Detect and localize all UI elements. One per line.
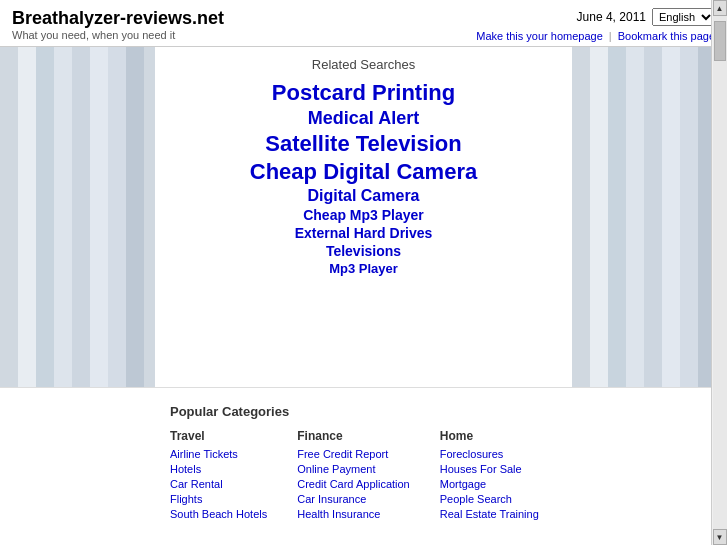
related-searches-label: Related Searches xyxy=(175,57,552,72)
category-heading-1: Finance xyxy=(297,429,410,443)
category-col-2: HomeForeclosuresHouses For SaleMortgageP… xyxy=(440,429,539,523)
search-link-3[interactable]: Cheap Digital Camera xyxy=(175,159,552,185)
search-link-7[interactable]: Televisions xyxy=(175,243,552,259)
category-link-2-0[interactable]: Foreclosures xyxy=(440,448,539,460)
categories-grid: TravelAirline TicketsHotelsCar RentalFli… xyxy=(170,429,707,523)
category-link-1-0[interactable]: Free Credit Report xyxy=(297,448,410,460)
category-link-0-1[interactable]: Hotels xyxy=(170,463,267,475)
search-link-0[interactable]: Postcard Printing xyxy=(175,80,552,106)
category-link-1-2[interactable]: Credit Card Application xyxy=(297,478,410,490)
scroll-track[interactable] xyxy=(713,16,727,529)
date-lang-row: June 4, 2011 English xyxy=(476,8,715,26)
popular-categories-heading: Popular Categories xyxy=(170,404,707,419)
main-area: Related Searches Postcard PrintingMedica… xyxy=(0,47,727,387)
bookmark-link[interactable]: Bookmark this page xyxy=(618,30,715,42)
site-title: Breathalyzer-reviews.net xyxy=(12,8,224,29)
category-link-2-2[interactable]: Mortgage xyxy=(440,478,539,490)
header-links: Make this your homepage | Bookmark this … xyxy=(476,30,715,42)
scroll-down-button[interactable]: ▼ xyxy=(713,529,727,543)
search-link-4[interactable]: Digital Camera xyxy=(175,187,552,205)
link-divider: | xyxy=(609,30,612,42)
popular-categories-section: Popular Categories TravelAirline Tickets… xyxy=(0,387,727,543)
header-left: Breathalyzer-reviews.net What you need, … xyxy=(12,8,224,41)
category-link-2-4[interactable]: Real Estate Training xyxy=(440,508,539,520)
search-link-2[interactable]: Satellite Television xyxy=(175,131,552,157)
search-link-6[interactable]: External Hard Drives xyxy=(175,225,552,241)
center-column: Related Searches Postcard PrintingMedica… xyxy=(155,47,572,387)
date-display: June 4, 2011 xyxy=(577,10,646,24)
language-select[interactable]: English xyxy=(652,8,715,26)
scroll-up-button[interactable]: ▲ xyxy=(713,0,727,16)
site-tagline: What you need, when you need it xyxy=(12,29,224,41)
category-link-2-3[interactable]: People Search xyxy=(440,493,539,505)
category-link-0-2[interactable]: Car Rental xyxy=(170,478,267,490)
search-link-1[interactable]: Medical Alert xyxy=(175,108,552,129)
search-links-list: Postcard PrintingMedical AlertSatellite … xyxy=(175,80,552,276)
right-decorative-column xyxy=(572,47,727,387)
search-link-5[interactable]: Cheap Mp3 Player xyxy=(175,207,552,223)
category-link-0-0[interactable]: Airline Tickets xyxy=(170,448,267,460)
left-decorative-column xyxy=(0,47,155,387)
homepage-link[interactable]: Make this your homepage xyxy=(476,30,603,42)
category-link-1-1[interactable]: Online Payment xyxy=(297,463,410,475)
search-link-8[interactable]: Mp3 Player xyxy=(175,261,552,276)
scroll-thumb[interactable] xyxy=(714,21,726,61)
category-col-1: FinanceFree Credit ReportOnline PaymentC… xyxy=(297,429,410,523)
category-link-1-4[interactable]: Health Insurance xyxy=(297,508,410,520)
category-link-2-1[interactable]: Houses For Sale xyxy=(440,463,539,475)
category-link-0-4[interactable]: South Beach Hotels xyxy=(170,508,267,520)
category-col-0: TravelAirline TicketsHotelsCar RentalFli… xyxy=(170,429,267,523)
header: Breathalyzer-reviews.net What you need, … xyxy=(0,0,727,47)
header-right: June 4, 2011 English Make this your home… xyxy=(476,8,715,42)
scrollbar[interactable]: ▲ ▼ xyxy=(711,0,727,543)
category-link-1-3[interactable]: Car Insurance xyxy=(297,493,410,505)
category-heading-0: Travel xyxy=(170,429,267,443)
category-link-0-3[interactable]: Flights xyxy=(170,493,267,505)
category-heading-2: Home xyxy=(440,429,539,443)
